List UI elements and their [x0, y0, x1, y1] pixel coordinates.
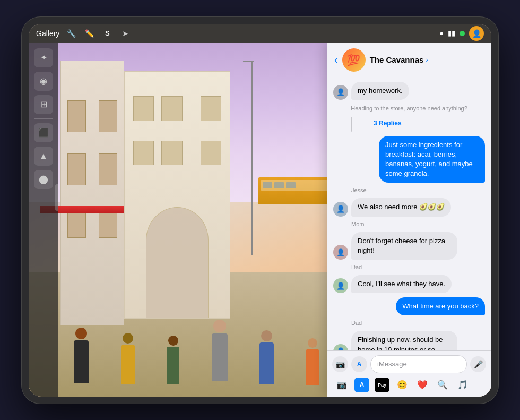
status-indicator — [460, 31, 465, 36]
message-bubble: We also need more 🥑🥑🥑 — [351, 198, 451, 216]
mic-button[interactable]: 🎤 — [470, 356, 486, 372]
person-figure-4 — [212, 320, 228, 397]
sidebar-tool-4[interactable]: ⬛ — [34, 123, 53, 142]
sidebar-tool-1[interactable]: ✦ — [34, 48, 53, 67]
sender-name: Dad — [351, 264, 485, 270]
msg-avatar: 👤 — [333, 85, 348, 100]
wifi-icon: ● — [439, 29, 444, 37]
replies-row[interactable]: 3 Replies — [351, 117, 485, 132]
message-bubble: Just some ingredients for breakfast: aca… — [379, 136, 485, 183]
message-row: 👤 Finishing up now, should be home in 10… — [333, 331, 485, 350]
group-avatar: 💯 — [342, 48, 366, 72]
message-text: Just some ingredients for breakfast: aca… — [385, 141, 473, 178]
heart-strip-icon[interactable]: ❤️ — [415, 378, 430, 392]
ipad-screen: Gallery 🔧 ✏️ S ➤ ● ▮▮ 👤 — [29, 24, 491, 397]
messages-scroll-area[interactable]: 👤 my homework. Heading to the store, any… — [327, 76, 491, 350]
group-info[interactable]: The Cavannas › — [370, 55, 428, 64]
msg-avatar: 👤 — [333, 344, 348, 350]
group-name: The Cavannas — [370, 55, 424, 64]
people-layer — [58, 220, 335, 397]
person-figure-6 — [306, 338, 319, 397]
group-emoji: 💯 — [347, 54, 360, 66]
input-placeholder: iMessage — [377, 360, 407, 368]
sender-name: Mom — [351, 221, 485, 227]
tram-vehicle — [258, 177, 332, 204]
message-row: 👤 We also need more 🥑🥑🥑 — [333, 198, 485, 216]
message-text: Cool, I'll see what they have. — [358, 280, 445, 288]
message-text: Don't forget cheese for pizza night! — [358, 237, 445, 254]
message-row: 👤 my homework. — [333, 82, 485, 100]
sidebar-tool-6[interactable]: ⬤ — [34, 170, 53, 189]
camera-strip-icon[interactable]: 📷 — [334, 378, 349, 392]
gallery-label[interactable]: Gallery — [36, 29, 59, 38]
msg-avatar: 👤 — [333, 202, 348, 217]
app-strip: 📷 A Pay 😊 ❤️ 🔍 🎵 — [332, 378, 486, 392]
applepay-strip-icon[interactable]: Pay — [375, 378, 389, 392]
message-input[interactable]: iMessage — [370, 355, 467, 373]
sender-name: Jesse — [351, 187, 485, 193]
sidebar-tool-2[interactable]: ◉ — [34, 72, 53, 91]
message-row: 👤 Don't forget cheese for pizza night! — [333, 232, 485, 260]
appstore-strip-icon[interactable]: A — [354, 378, 369, 392]
message-text: What time are you back? — [402, 302, 479, 310]
message-text: We also need more 🥑🥑🥑 — [358, 203, 445, 211]
person-figure-1 — [74, 328, 89, 397]
message-bubble: What time are you back? — [396, 297, 485, 315]
person-figure-3 — [167, 336, 179, 397]
message-row: What time are you back? — [333, 297, 485, 315]
drag-handle[interactable] — [55, 184, 58, 211]
sender-name: Dad — [351, 320, 485, 326]
back-button[interactable]: ‹ — [334, 54, 338, 66]
memoji-strip-icon[interactable]: 😊 — [395, 378, 410, 392]
toolbar-right: ● ▮▮ 👤 — [439, 26, 484, 41]
messages-panel: ‹ 💯 The Cavannas › — [327, 43, 491, 397]
message-text: Finishing up now, should be home in 10 m… — [358, 336, 443, 350]
sidebar-tool-3[interactable]: ⊞ — [34, 95, 53, 114]
camera-button[interactable]: 📷 — [332, 356, 348, 372]
s-tool-icon[interactable]: S — [101, 27, 114, 40]
message-bubble: Finishing up now, should be home in 10 m… — [351, 331, 457, 350]
left-sidebar: ✦ ◉ ⊞ ⬛ ▲ ⬤ — [29, 43, 58, 397]
toolbar-left: Gallery 🔧 ✏️ S ➤ — [36, 27, 132, 40]
person-figure-5 — [259, 330, 274, 397]
person-figure-2 — [121, 333, 135, 397]
search-strip-icon[interactable]: 🔍 — [435, 378, 450, 392]
messages-header: ‹ 💯 The Cavannas › — [327, 43, 491, 76]
msg-avatar: 👤 — [333, 278, 348, 293]
message-bubble: Cool, I'll see what they have. — [351, 275, 452, 293]
msg-avatar: 👤 — [333, 245, 348, 260]
group-chevron: › — [426, 56, 428, 64]
pencil-icon[interactable]: ✏️ — [83, 27, 96, 40]
music-strip-icon[interactable]: 🎵 — [455, 378, 470, 392]
navigate-icon[interactable]: ➤ — [119, 27, 132, 40]
system-message: Heading to the store, anyone need anythi… — [333, 104, 485, 113]
profile-avatar[interactable]: 👤 — [469, 26, 484, 41]
message-bubble: Don't forget cheese for pizza night! — [351, 232, 457, 260]
system-message-text: Heading to the store, anyone need anythi… — [351, 105, 467, 112]
top-toolbar: Gallery 🔧 ✏️ S ➤ ● ▮▮ 👤 — [29, 24, 491, 43]
message-bubble: my homework. — [351, 82, 409, 100]
replies-badge[interactable]: 3 Replies — [374, 119, 402, 127]
ipad-frame: Gallery 🔧 ✏️ S ➤ ● ▮▮ 👤 — [21, 16, 499, 404]
message-row: Just some ingredients for breakfast: aca… — [333, 136, 485, 183]
main-content: ✦ ◉ ⊞ ⬛ ▲ ⬤ ‹ 💯 Th — [29, 43, 491, 397]
thread-line — [351, 117, 352, 132]
wrench-icon[interactable]: 🔧 — [65, 27, 77, 40]
input-row: 📷 A iMessage 🎤 — [332, 355, 486, 373]
messages-input-area: 📷 A iMessage 🎤 📷 A Pay 😊 ❤️ 🔍 — [327, 350, 491, 397]
sidebar-tool-5[interactable]: ▲ — [34, 147, 53, 166]
apps-button[interactable]: A — [351, 356, 367, 372]
battery-icon: ▮▮ — [448, 29, 455, 37]
message-text: my homework. — [358, 87, 403, 95]
message-row: 👤 Cool, I'll see what they have. — [333, 275, 485, 293]
